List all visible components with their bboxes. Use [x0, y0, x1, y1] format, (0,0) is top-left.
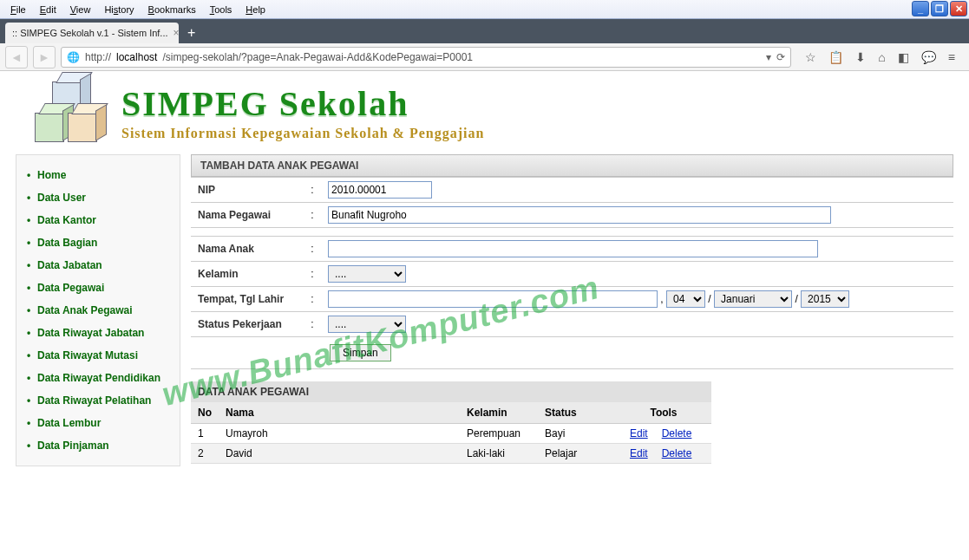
select-day[interactable]: 04 — [666, 290, 705, 308]
cell-kelamin: Laki-laki — [460, 444, 538, 464]
clipboard-icon[interactable]: 📋 — [828, 50, 843, 64]
browser-tab[interactable]: :: SIMPEG Sekolah v.1 - Sistem Inf... × — [5, 23, 179, 43]
cell-nama: Umayroh — [219, 424, 460, 444]
label-nip: NIP — [191, 178, 304, 203]
page-header: SIMPEG Sekolah Sistem Informasi Kepegawa… — [9, 75, 960, 154]
simpan-button[interactable]: Simpan — [330, 344, 391, 361]
select-status[interactable]: .... — [328, 316, 406, 333]
form-table: NIP : Nama Pegawai : Nama Anak : Kelamin — [191, 177, 953, 369]
menu-tools[interactable]: Tools — [203, 3, 239, 16]
menu-edit[interactable]: Edit — [33, 3, 63, 16]
home-icon[interactable]: ⌂ — [878, 50, 885, 64]
delete-link[interactable]: Delete — [662, 427, 692, 440]
menu-history[interactable]: History — [97, 3, 141, 16]
sidebar-item-11[interactable]: Data Lembur — [22, 412, 174, 434]
sidebar-item-0[interactable]: Home — [22, 164, 174, 186]
page-content: SIMPEG Sekolah Sistem Informasi Kepegawa… — [0, 71, 969, 470]
main-content: TAMBAH DATA ANAK PEGAWAI NIP : Nama Pega… — [191, 154, 953, 466]
url-host: localhost — [116, 51, 157, 63]
window-maximize-button[interactable]: ❐ — [931, 1, 948, 16]
sidebar-item-10[interactable]: Data Riwayat Pelatihan — [22, 389, 174, 412]
form-panel-title: TAMBAH DATA ANAK PEGAWAI — [191, 154, 953, 177]
col-nama: Nama — [219, 402, 460, 424]
date-sep-2: / — [795, 293, 797, 305]
window-close-button[interactable]: ✕ — [950, 1, 967, 16]
cell-kelamin: Perempuan — [460, 424, 538, 444]
url-prefix: http:// — [85, 51, 111, 63]
data-table: No Nama Kelamin Status Tools 1UmayrohPer… — [191, 402, 711, 464]
input-tempat[interactable] — [328, 290, 658, 308]
label-kelamin: Kelamin — [191, 262, 304, 287]
sidebar-item-12[interactable]: Data Pinjaman — [22, 434, 174, 457]
forward-button[interactable]: ► — [33, 46, 56, 68]
downloads-icon[interactable]: ⬇ — [855, 50, 866, 64]
label-nama-anak: Nama Anak — [191, 237, 304, 262]
label-nama-pegawai: Nama Pegawai — [191, 203, 304, 228]
brand-title: SIMPEG Sekolah — [121, 83, 484, 124]
data-panel-title: DATA ANAK PEGAWAI — [191, 381, 711, 402]
input-nama-anak[interactable] — [328, 240, 818, 257]
sidebar-item-4[interactable]: Data Jabatan — [22, 254, 174, 277]
back-button[interactable]: ◄ — [5, 46, 28, 68]
select-month[interactable]: Januari — [714, 290, 792, 308]
select-year[interactable]: 2015 — [801, 290, 849, 308]
col-no: No — [191, 402, 219, 424]
date-sep-1: / — [708, 293, 710, 305]
menu-help[interactable]: Help — [239, 3, 272, 16]
tab-title: :: SIMPEG Sekolah v.1 - Sistem Inf... — [12, 28, 168, 38]
brand-subtitle: Sistem Informasi Kepegawaian Sekolah & P… — [121, 126, 484, 141]
sidebar-nav: HomeData UserData KantorData BagianData … — [16, 154, 180, 466]
sidebar-item-7[interactable]: Data Riwayat Jabatan — [22, 322, 174, 344]
chat-icon[interactable]: 💬 — [921, 50, 936, 64]
url-path: /simpeg-sekolah/?page=Anak-Pegawai-Add&K… — [162, 51, 473, 63]
cell-tools: EditDelete — [616, 424, 711, 444]
menu-file[interactable]: File — [3, 3, 33, 16]
cell-no: 2 — [191, 444, 219, 464]
edit-link[interactable]: Edit — [630, 447, 648, 459]
cell-status: Pelajar — [538, 444, 616, 464]
sidebar-item-3[interactable]: Data Bagian — [22, 231, 174, 254]
browser-menubar: File Edit View History Bookmarks Tools H… — [0, 0, 969, 19]
bookmark-star-icon[interactable]: ☆ — [805, 50, 816, 64]
cell-tools: EditDelete — [616, 444, 711, 464]
cell-no: 1 — [191, 424, 219, 444]
browser-toolbar: ◄ ► 🌐 http://localhost/simpeg-sekolah/?p… — [0, 43, 969, 71]
label-status: Status Pekerjaan — [191, 312, 304, 337]
menu-bookmarks[interactable]: Bookmarks — [141, 3, 203, 16]
col-kelamin: Kelamin — [460, 402, 538, 424]
input-nama-pegawai[interactable] — [328, 206, 831, 224]
url-input[interactable]: 🌐 http://localhost/simpeg-sekolah/?page=… — [61, 47, 791, 68]
data-panel: DATA ANAK PEGAWAI No Nama Kelamin Status… — [191, 381, 711, 464]
sidebar-item-9[interactable]: Data Riwayat Pendidikan — [22, 367, 174, 389]
col-tools: Tools — [616, 402, 711, 424]
select-kelamin[interactable]: .... — [328, 265, 406, 283]
cell-status: Bayi — [538, 424, 616, 444]
sidebar-item-8[interactable]: Data Riwayat Mutasi — [22, 344, 174, 367]
sidebar-item-6[interactable]: Data Anak Pegawai — [22, 299, 174, 322]
stop-reload-dropdown-icon[interactable]: ▾ — [766, 51, 771, 63]
sidebar-item-5[interactable]: Data Pegawai — [22, 277, 174, 299]
sidebar-icon[interactable]: ◧ — [898, 50, 909, 64]
input-nip[interactable] — [328, 181, 432, 199]
table-row: 1UmayrohPerempuanBayiEditDelete — [191, 424, 711, 444]
edit-link[interactable]: Edit — [630, 427, 648, 440]
sidebar-item-1[interactable]: Data User — [22, 186, 174, 209]
logo-icon — [35, 81, 104, 142]
menu-view[interactable]: View — [63, 3, 98, 16]
menu-icon[interactable]: ≡ — [948, 50, 955, 64]
window-minimize-button[interactable]: _ — [912, 1, 929, 16]
new-tab-button[interactable]: + — [179, 23, 204, 43]
reload-icon[interactable]: ⟳ — [776, 51, 785, 63]
browser-tabbar: :: SIMPEG Sekolah v.1 - Sistem Inf... × … — [0, 19, 969, 43]
globe-icon: 🌐 — [67, 51, 80, 63]
sidebar-item-2[interactable]: Data Kantor — [22, 209, 174, 231]
col-status: Status — [538, 402, 616, 424]
delete-link[interactable]: Delete — [662, 447, 692, 459]
label-ttl: Tempat, Tgl Lahir — [191, 287, 304, 312]
cell-nama: David — [219, 444, 460, 464]
table-row: 2DavidLaki-lakiPelajarEditDelete — [191, 444, 711, 464]
